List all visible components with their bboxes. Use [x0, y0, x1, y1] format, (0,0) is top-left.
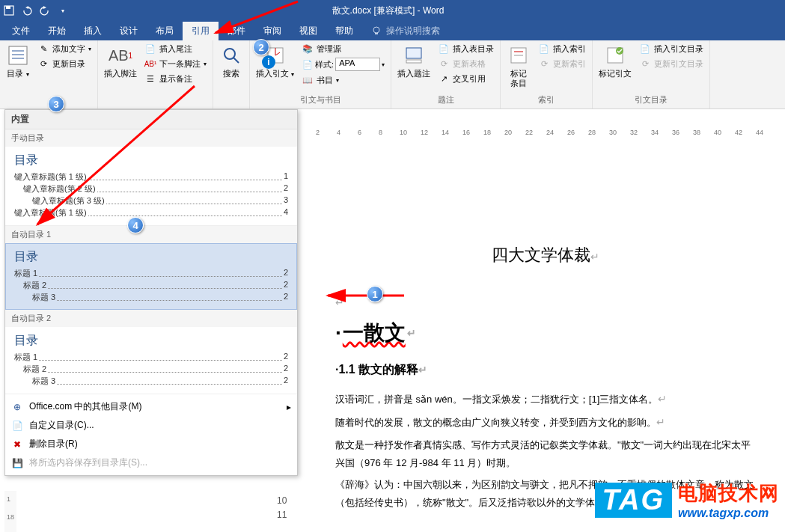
crossref-icon: ↗: [438, 73, 450, 85]
cross-reference-button[interactable]: ↗交叉引用: [435, 72, 497, 85]
watermark-url: www.tagxp.com: [678, 507, 779, 520]
document-page: 四大文学体裁↵ ↵ ·一散文↵ ·1.1 散文的解释↵ 汉语词汇，拼音是 sǎn…: [298, 139, 785, 531]
tell-me[interactable]: 操作说明搜索: [362, 22, 449, 40]
menu-layout[interactable]: 布局: [147, 22, 183, 40]
group-toa: 标记引文 📄插入引文目录 ⟳更新引文目录 引文目录: [593, 40, 710, 108]
next-footnote-label: 下一条脚注: [159, 58, 201, 70]
qat-dropdown-icon[interactable]: ▾: [57, 4, 69, 16]
insert-footnote-label: 插入脚注: [104, 69, 137, 79]
insert-index-button[interactable]: 📄插入索引: [535, 42, 589, 55]
index-icon: [507, 43, 531, 67]
heading-2: ·1.1 散文的解释↵: [335, 362, 755, 378]
biblio-label: 书目: [317, 75, 333, 86]
watermark-tag: TAG: [595, 483, 672, 518]
toc-button[interactable]: 目录 ▾: [3, 42, 33, 80]
footnote-icon: AB1: [109, 43, 132, 67]
caption-icon: [402, 43, 426, 67]
update-icon: ⟳: [37, 58, 49, 70]
update-toa-icon: ⟳: [639, 58, 651, 70]
toc-auto1-preview[interactable]: 目录 标题 12 标题 22 标题 32: [5, 243, 297, 310]
add-text-button[interactable]: ✎添加文字 ▾: [34, 42, 94, 55]
group-index: 标记 条目 📄插入索引 ⟳更新索引 索引: [501, 40, 593, 108]
svg-rect-12: [406, 60, 421, 63]
svg-line-18: [216, 1, 298, 33]
group-toa-label: 引文目录: [596, 93, 706, 107]
toc-auto2-preview[interactable]: 目录 标题 12 标题 22 标题 32: [5, 327, 297, 394]
menu-design[interactable]: 设计: [111, 22, 147, 40]
biblio-icon: 📖: [302, 74, 314, 86]
next-footnote-icon: AB¹: [144, 58, 156, 70]
update-tof-label: 更新表格: [453, 58, 486, 70]
document-area[interactable]: 四大文学体裁↵ ↵ ·一散文↵ ·1.1 散文的解释↵ 汉语词汇，拼音是 sǎn…: [298, 139, 785, 532]
line-numbers: 10 11: [277, 494, 287, 522]
toc-auto1-title: 目录: [14, 249, 288, 265]
group-index-label: 索引: [504, 93, 589, 107]
group-captions: 插入题注 📄插入表目录 ⟳更新表格 ↗交叉引用 题注: [391, 40, 501, 108]
save-icon[interactable]: [3, 4, 15, 16]
style-combo[interactable]: 📄样式: APA▾: [299, 57, 388, 72]
redo-icon[interactable]: [39, 4, 51, 16]
insert-endnote-button[interactable]: 📄插入尾注: [141, 42, 210, 55]
mark-entry-button[interactable]: 标记 条目: [504, 42, 534, 90]
toc-office-more[interactable]: ⊕Office.com 中的其他目录(M)▸: [5, 397, 297, 416]
callout-3: 3: [48, 96, 64, 112]
watermark: TAG 电脑技术网 www.tagxp.com: [595, 480, 779, 520]
tof-label: 插入表目录: [453, 43, 494, 55]
insert-toa-icon: 📄: [639, 43, 651, 55]
update-toc-button[interactable]: ⟳更新目录: [34, 57, 94, 70]
bibliography-button[interactable]: 📖书目 ▾: [299, 73, 388, 87]
custom-toc-icon: 📄: [11, 420, 23, 432]
office-icon: ⊕: [11, 401, 23, 413]
toc-custom[interactable]: 📄自定义目录(C)...: [5, 416, 297, 435]
menu-insert[interactable]: 插入: [75, 22, 111, 40]
group-citations-label: 引文与书目: [253, 93, 388, 107]
remove-toc-icon: ✖: [11, 438, 23, 450]
menu-help[interactable]: 帮助: [326, 22, 362, 40]
toc-icon: [6, 43, 30, 67]
update-index-label: 更新索引: [553, 58, 586, 70]
manage-sources-button[interactable]: 📚管理源: [299, 42, 388, 55]
undo-icon[interactable]: [21, 4, 33, 16]
search-button[interactable]: 搜索: [216, 42, 246, 80]
menu-file[interactable]: 文件: [3, 22, 39, 40]
callout-2: 2: [253, 39, 269, 55]
svg-rect-11: [406, 48, 421, 58]
mark-citation-button[interactable]: 标记引文: [596, 42, 635, 80]
toa-icon: [603, 43, 627, 67]
toc-save-selection: 💾将所选内容保存到目录库(S)...: [5, 453, 297, 472]
update-toa-button: ⟳更新引文目录: [636, 57, 706, 70]
paragraph: 汉语词汇，拼音是 sǎn wén。一指文采焕发；二指犹行文；[1]三指文体名。↵: [335, 390, 755, 409]
update-toc-label: 更新目录: [52, 58, 85, 70]
update-toa-label: 更新引文目录: [654, 58, 703, 70]
tell-me-label: 操作说明搜索: [386, 25, 440, 37]
manage-label: 管理源: [317, 43, 341, 55]
menu-bar: 文件 开始 插入 设计 布局 引用 邮件 审阅 视图 帮助 操作说明搜索: [0, 21, 785, 40]
toc-remove[interactable]: ✖删除目录(R): [5, 435, 297, 453]
insert-footnote-button[interactable]: AB1 插入脚注: [101, 42, 140, 80]
style-value[interactable]: APA: [335, 58, 380, 71]
update-index-button: ⟳更新索引: [535, 57, 589, 70]
watermark-cn: 电脑技术网: [678, 480, 779, 507]
insert-caption-button[interactable]: 插入题注: [394, 42, 433, 80]
crossref-label: 交叉引用: [453, 73, 486, 85]
window-title: 散文.docx [兼容模式] - Word: [69, 4, 707, 17]
callout-1: 1: [367, 286, 383, 302]
mark-entry-label: 标记 条目: [510, 69, 527, 88]
menu-home[interactable]: 开始: [39, 22, 75, 40]
annotation-arrow: [208, 1, 305, 41]
next-footnote-button[interactable]: AB¹下一条脚注 ▾: [141, 57, 210, 70]
insert-tof-button[interactable]: 📄插入表目录: [435, 42, 497, 55]
manage-icon: 📚: [302, 43, 314, 55]
paragraph: 散文是一种抒发作者真情实感、写作方式灵活的记叙类文学体裁。"散文"一词大约出现在…: [335, 436, 755, 471]
info-icon: i: [262, 55, 275, 69]
vertical-ruler: 1 18: [4, 491, 16, 532]
svg-rect-1: [6, 6, 10, 9]
caption-label: 插入题注: [397, 69, 430, 79]
group-search: 搜索: [213, 40, 250, 108]
svg-rect-3: [375, 33, 378, 34]
paragraph: 随着时代的发展，散文的概念由广义向狭义转变，并受到西方文化的影响。↵: [335, 413, 755, 432]
style-label: 样式:: [315, 59, 334, 70]
insert-toa-button[interactable]: 📄插入引文目录: [636, 42, 706, 55]
svg-rect-4: [9, 46, 27, 64]
style-icon: 📄: [302, 58, 314, 70]
